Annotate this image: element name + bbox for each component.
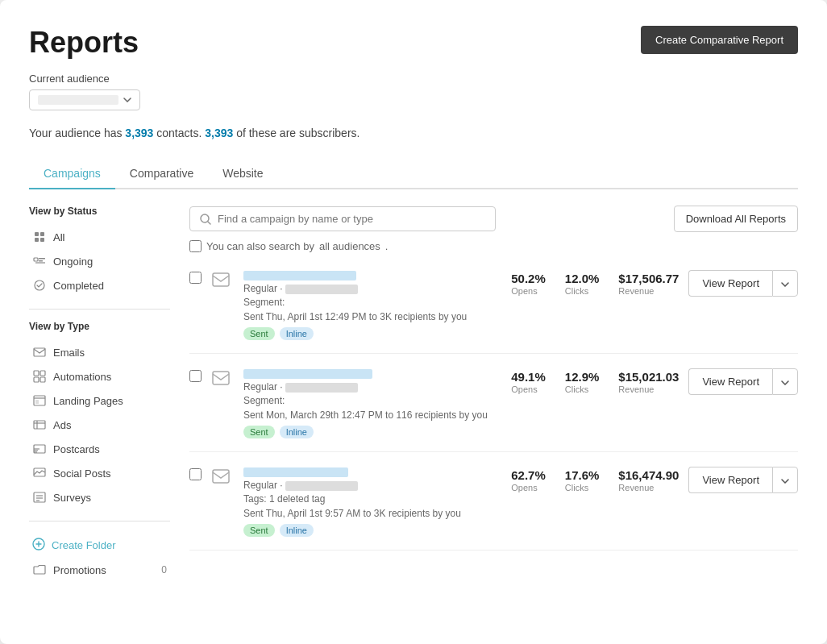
sidebar-item-ongoing[interactable]: Ongoing xyxy=(29,249,170,273)
sidebar-item-automations-label: Automations xyxy=(53,371,111,383)
clicks-stat: 12.9% Clicks xyxy=(565,370,600,394)
tab-comparative[interactable]: Comparative xyxy=(115,159,208,189)
sidebar-item-completed[interactable]: Completed xyxy=(29,273,170,297)
chevron-down-icon xyxy=(781,282,789,287)
select-all-checkbox[interactable] xyxy=(189,240,202,252)
all-audiences-note: You can also search by all audiences . xyxy=(189,240,798,252)
row-checkbox[interactable] xyxy=(189,468,202,480)
audience-selector[interactable] xyxy=(29,89,140,110)
sidebar-item-surveys-label: Surveys xyxy=(53,492,91,504)
campaign-name[interactable] xyxy=(243,367,501,379)
campaign-meta: Regular · xyxy=(243,480,501,491)
search-input[interactable] xyxy=(218,213,485,225)
ongoing-icon xyxy=(32,254,47,268)
view-report-button[interactable]: View Report xyxy=(688,368,772,395)
sidebar-item-promotions[interactable]: Promotions 0 xyxy=(29,558,170,582)
sidebar-item-landing-pages[interactable]: Landing Pages xyxy=(29,388,170,413)
promotions-count: 0 xyxy=(161,564,167,575)
create-folder-label: Create Folder xyxy=(52,539,115,551)
create-folder-button[interactable]: Create Folder xyxy=(29,533,170,558)
view-report-dropdown-button[interactable] xyxy=(772,270,798,297)
sidebar-item-ongoing-label: Ongoing xyxy=(53,256,93,268)
tag-inline: Inline xyxy=(280,524,314,537)
campaign-actions: View Report xyxy=(688,465,798,493)
ads-icon xyxy=(32,418,47,432)
svg-rect-0 xyxy=(35,232,39,236)
view-report-button[interactable]: View Report xyxy=(688,270,772,297)
campaign-meta: Regular · xyxy=(243,283,501,294)
view-by-type-title: View by Type xyxy=(29,321,170,332)
campaign-type-icon xyxy=(211,268,234,291)
sidebar-item-emails-label: Emails xyxy=(53,347,85,359)
view-report-dropdown-button[interactable] xyxy=(772,368,798,395)
view-report-button[interactable]: View Report xyxy=(688,467,772,493)
svg-rect-16 xyxy=(35,400,39,404)
svg-rect-4 xyxy=(34,258,38,261)
campaign-list: Regular · Segment: Sent Thu, April 1st 1… xyxy=(189,256,798,551)
campaign-segment: Segment: xyxy=(243,297,501,308)
tag-sent: Sent xyxy=(243,327,275,340)
campaign-name[interactable] xyxy=(243,465,501,477)
view-by-status-title: View by Status xyxy=(29,206,170,217)
campaign-name[interactable] xyxy=(243,268,501,280)
tabs: Campaigns Comparative Website xyxy=(29,159,798,189)
campaign-segment: Segment: xyxy=(243,395,501,406)
sidebar-item-emails[interactable]: Emails xyxy=(29,340,170,364)
tab-website[interactable]: Website xyxy=(208,159,277,189)
svg-line-33 xyxy=(208,222,210,224)
row-checkbox[interactable] xyxy=(189,370,202,382)
opens-stat: 50.2% Opens xyxy=(511,272,546,296)
campaign-tags-note: Tags: 1 deleted tag xyxy=(243,493,501,505)
campaign-actions: View Report xyxy=(688,268,798,297)
svg-point-8 xyxy=(35,280,44,290)
view-report-dropdown-button[interactable] xyxy=(772,467,798,493)
chevron-down-icon xyxy=(781,380,789,385)
tag-inline: Inline xyxy=(280,426,314,438)
sidebar-item-ads-label: Ads xyxy=(53,419,71,431)
sidebar-item-automations[interactable]: Automations xyxy=(29,364,170,388)
download-all-reports-button[interactable]: Download All Reports xyxy=(674,206,798,232)
campaign-actions: View Report xyxy=(688,367,798,395)
campaign-type-icon xyxy=(211,367,234,389)
campaign-meta: Regular · xyxy=(243,381,501,393)
clicks-stat: 12.0% Clicks xyxy=(565,272,600,296)
campaign-type-icon xyxy=(211,465,234,488)
campaign-sent-date: Sent Thu, April 1st 12:49 PM to 3K recip… xyxy=(243,311,501,322)
promotions-folder-icon xyxy=(32,563,47,577)
campaigns-content: Download All Reports You can also search… xyxy=(189,206,798,582)
campaign-tags: Sent Inline xyxy=(243,327,501,340)
svg-rect-35 xyxy=(213,372,229,384)
all-audiences-link[interactable]: all audiences xyxy=(319,240,380,252)
sidebar-item-ads[interactable]: Ads xyxy=(29,413,170,437)
campaign-sent-date: Sent Mon, March 29th 12:47 PM to 116 rec… xyxy=(243,409,501,421)
sidebar-item-postcards-label: Postcards xyxy=(53,443,100,455)
sidebar-item-all-label: All xyxy=(53,231,64,243)
contact-count: 3,393 xyxy=(125,127,153,139)
sidebar-item-social-posts[interactable]: Social Posts xyxy=(29,461,170,485)
svg-rect-2 xyxy=(35,238,39,242)
campaign-stats: 62.7% Opens 17.6% Clicks $16,474.90 Reve… xyxy=(511,465,679,492)
all-icon xyxy=(32,230,47,244)
sidebar-item-surveys[interactable]: Surveys xyxy=(29,485,170,509)
campaign-info: Regular · Segment: Sent Thu, April 1st 1… xyxy=(243,268,501,340)
promotions-label: Promotions xyxy=(53,564,106,576)
row-checkbox[interactable] xyxy=(189,272,202,284)
search-icon xyxy=(200,214,211,225)
svg-rect-11 xyxy=(40,371,45,376)
automations-icon xyxy=(32,369,47,384)
svg-rect-12 xyxy=(34,377,39,382)
svg-rect-6 xyxy=(39,260,43,262)
svg-rect-36 xyxy=(213,470,229,483)
create-comparative-report-button[interactable]: Create Comparative Report xyxy=(641,26,798,54)
opens-stat: 49.1% Opens xyxy=(511,370,546,394)
campaign-tags: Sent Inline xyxy=(243,426,501,438)
tab-campaigns[interactable]: Campaigns xyxy=(29,159,115,189)
sidebar-item-postcards[interactable]: Postcards xyxy=(29,437,170,461)
sidebar-item-all[interactable]: All xyxy=(29,225,170,249)
postcards-icon xyxy=(32,442,47,456)
svg-rect-24 xyxy=(34,468,45,476)
create-folder-icon xyxy=(32,538,45,553)
chevron-down-icon xyxy=(123,98,131,102)
campaign-stats: 49.1% Opens 12.9% Clicks $15,021.03 Reve… xyxy=(511,367,679,394)
search-box[interactable] xyxy=(189,206,496,231)
